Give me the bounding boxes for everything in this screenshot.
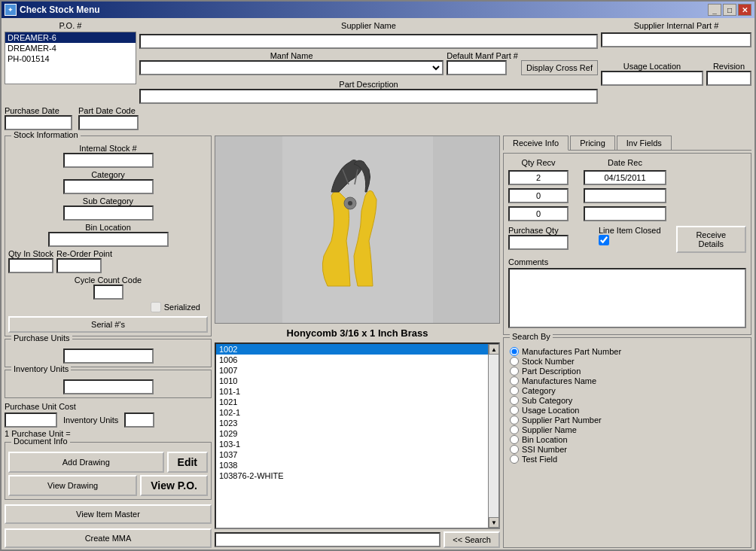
- part-title: Honycomb 3/16 x 1 Inch Brass: [215, 327, 500, 339]
- list-item-3[interactable]: 1010: [216, 376, 488, 386]
- list-item-8[interactable]: 1029: [216, 428, 488, 439]
- inv-fields-tab[interactable]: Inv Fields: [617, 135, 672, 150]
- radio-part-description-input[interactable]: [510, 367, 519, 376]
- create-mma-button[interactable]: Create MMA: [5, 528, 212, 548]
- bin-location-input[interactable]: New Bin-4.6: [48, 232, 169, 247]
- category-input[interactable]: [63, 179, 154, 194]
- supplier-internal-input[interactable]: [601, 32, 751, 47]
- date-rec-input-0[interactable]: [584, 170, 666, 185]
- purchase-units-input[interactable]: Each: [63, 349, 154, 364]
- receive-info-tab[interactable]: Receive Info: [503, 135, 569, 151]
- category-label: Category: [91, 170, 125, 179]
- scroll-down-button[interactable]: ▼: [489, 517, 499, 528]
- purchase-unit-cost-input[interactable]: 0.00: [5, 412, 57, 428]
- comments-textarea[interactable]: [508, 268, 746, 328]
- date-rec-input-2[interactable]: [584, 206, 666, 221]
- qty-recv-input-1[interactable]: [508, 188, 569, 203]
- search-row: 1 << Search: [215, 531, 500, 548]
- internal-stock-input[interactable]: 1002: [63, 153, 154, 168]
- radio-usage-location-label: Usage Location: [522, 406, 579, 415]
- po-item-2[interactable]: PH-001514: [5, 53, 136, 64]
- list-item-11[interactable]: 1038: [216, 460, 488, 470]
- default-manf-input[interactable]: 1002: [447, 60, 507, 75]
- pricing-tab[interactable]: Pricing: [570, 135, 615, 150]
- supplier-name-label: Supplier Name: [139, 21, 598, 30]
- list-item-10[interactable]: 1037: [216, 449, 488, 460]
- qty-in-stock-input[interactable]: 0: [8, 258, 53, 273]
- maximize-button[interactable]: □: [723, 4, 736, 16]
- radio-ssi-number-input[interactable]: [510, 445, 519, 454]
- purchase-qty-input[interactable]: 2: [508, 235, 569, 250]
- cycle-count-input[interactable]: [93, 285, 123, 300]
- list-item-0[interactable]: 1002: [216, 344, 488, 355]
- list-item-12[interactable]: 103876-2-WHITE: [216, 470, 488, 481]
- search-input[interactable]: 1: [215, 532, 440, 547]
- receive-details-button[interactable]: Receive Details: [676, 226, 746, 253]
- display-cross-ref-button[interactable]: Display Cross Ref: [521, 60, 598, 75]
- list-item-5[interactable]: 1021: [216, 397, 488, 407]
- list-item-4[interactable]: 101-1: [216, 386, 488, 397]
- list-item-7[interactable]: 1023: [216, 418, 488, 428]
- serial-numbers-button[interactable]: Serial #'s: [8, 316, 208, 333]
- sub-category-label: Sub Category: [83, 196, 133, 205]
- inv-units-label: Inventory Units: [63, 416, 118, 425]
- supplier-area: Supplier Name Above Board Electronics Ma…: [139, 21, 598, 104]
- purchase-date-input[interactable]: 04/15/2011: [5, 115, 72, 130]
- serialized-label: Serialized: [164, 303, 200, 312]
- radio-manufactures-name-input[interactable]: [510, 376, 519, 385]
- serialized-checkbox[interactable]: [151, 302, 161, 312]
- search-button[interactable]: << Search: [444, 531, 500, 548]
- close-button[interactable]: ✕: [738, 4, 751, 16]
- stock-info-title: Stock Information: [11, 130, 81, 139]
- purchase-unit-cost-label: Purchase Unit Cost: [5, 402, 76, 411]
- edit-button[interactable]: Edit: [167, 452, 208, 473]
- inv-units-value-input[interactable]: 1: [124, 412, 154, 428]
- po-item-0[interactable]: DREAMER-6: [5, 32, 136, 43]
- tabs-row: Receive Info Pricing Inv Fields: [503, 135, 751, 151]
- radio-supplier-name-input[interactable]: [510, 425, 519, 434]
- list-scrollbar[interactable]: ▲ ▼: [488, 344, 498, 528]
- supplier-name-input[interactable]: Above Board Electronics: [139, 34, 598, 49]
- svg-point-2: [348, 201, 352, 205]
- qty-recv-input-2[interactable]: [508, 206, 569, 221]
- reorder-point-input[interactable]: 0: [56, 258, 102, 273]
- part-desc-input[interactable]: Honycomb 3/16 x 1 Inch Brass: [139, 89, 598, 104]
- list-item-1[interactable]: 1006: [216, 355, 488, 365]
- po-list[interactable]: DREAMER-6 DREAMER-4 PH-001514: [5, 32, 136, 84]
- radio-manufactures-part-input[interactable]: [510, 347, 519, 356]
- radio-supplier-part-number-input[interactable]: [510, 416, 519, 425]
- po-section: P.O. # DREAMER-6 DREAMER-4 PH-001514: [5, 21, 136, 84]
- line-item-closed-row: [599, 235, 661, 245]
- list-item-2[interactable]: 1007: [216, 365, 488, 376]
- radio-bin-location-input[interactable]: [510, 435, 519, 444]
- qty-recv-input-0[interactable]: [508, 170, 569, 185]
- part-date-code-input[interactable]: [78, 115, 139, 130]
- list-item-6[interactable]: 102-1: [216, 407, 488, 418]
- usage-revision-row: Usage Location Revision: [601, 62, 751, 86]
- content-area: P.O. # DREAMER-6 DREAMER-4 PH-001514 Sup…: [2, 18, 754, 551]
- view-drawing-button[interactable]: View Drawing: [8, 475, 137, 496]
- radio-stock-number-input[interactable]: [510, 357, 519, 366]
- part-list[interactable]: 1002 1006 1007 1010 101-1 1021 102-1 102…: [215, 342, 500, 529]
- usage-location-input[interactable]: [601, 71, 703, 86]
- po-item-1[interactable]: DREAMER-4: [5, 43, 136, 53]
- radio-manufactures-name: Manufactures Name: [510, 376, 745, 385]
- sub-category-input[interactable]: [63, 205, 154, 221]
- view-item-master-button[interactable]: View Item Master: [5, 504, 212, 524]
- radio-category-label: Category: [522, 386, 556, 395]
- inventory-units-input[interactable]: Each: [63, 379, 154, 394]
- date-rec-input-1[interactable]: [584, 188, 666, 203]
- revision-input[interactable]: [706, 71, 751, 86]
- view-po-button[interactable]: View P.O.: [140, 475, 208, 496]
- line-item-closed-checkbox[interactable]: [599, 235, 609, 245]
- radio-category-input[interactable]: [510, 386, 519, 395]
- manf-name-select[interactable]: [139, 60, 444, 75]
- minimize-button[interactable]: _: [708, 4, 721, 16]
- list-item-9[interactable]: 103-1: [216, 439, 488, 449]
- radio-sub-category-input[interactable]: [510, 396, 519, 405]
- scroll-up-button[interactable]: ▲: [489, 344, 499, 355]
- radio-test-field-input[interactable]: [510, 455, 519, 464]
- add-drawing-button[interactable]: Add Drawing: [8, 452, 164, 473]
- radio-usage-location-input[interactable]: [510, 406, 519, 415]
- radio-part-description: Part Description: [510, 367, 745, 376]
